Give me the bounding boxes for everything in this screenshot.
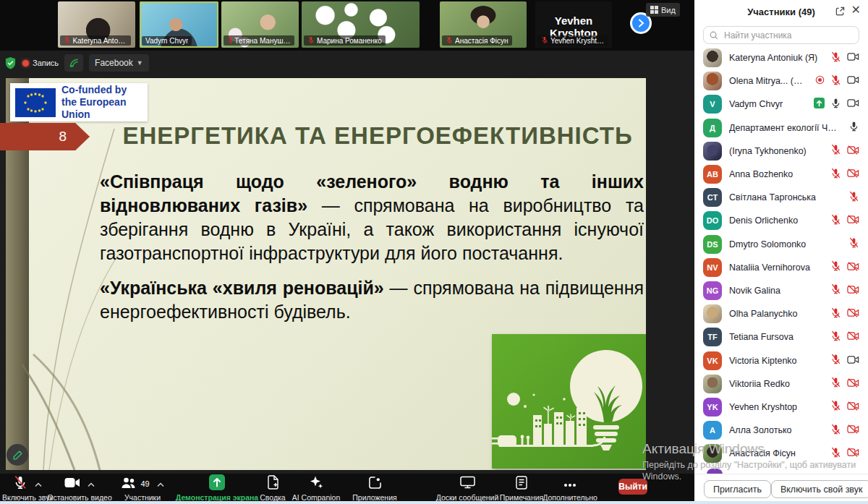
slide-title: ЕНЕРГЕТИКА ТА ЕНЕРГОЕФЕКТИВНІСТЬ <box>114 122 641 150</box>
participant-status-icons <box>830 51 859 65</box>
close-panel-icon[interactable]: ✕ <box>851 4 861 17</box>
participant-name: Vadym Chvyr <box>145 37 188 45</box>
camera-off-icon <box>847 447 859 460</box>
muted-mic-icon <box>307 36 315 45</box>
video-tile[interactable]: Анастасія Фісун <box>440 1 527 48</box>
video-tile[interactable]: Kateryna Antoniuk <box>58 1 135 48</box>
avatar-initials: A <box>703 421 722 440</box>
participant-name: Vadym Chvyr <box>729 99 807 109</box>
participant-row[interactable]: TFTetiana Fursova <box>694 325 868 349</box>
chevron-up-icon[interactable] <box>157 477 164 490</box>
live-stream-button[interactable] <box>64 54 83 72</box>
muted-mic-icon <box>830 283 841 297</box>
participant-name: Dmytro Solomonko <box>729 239 841 249</box>
participants-footer: Пригласить Включить свой звук <box>694 474 868 504</box>
mic-icon <box>830 98 841 111</box>
muted-mic-icon <box>830 424 841 437</box>
facebook-stream-button[interactable]: Facebook ▼ <box>89 54 149 72</box>
avatar-photo <box>703 142 722 161</box>
avatar-initials: СТ <box>703 188 722 207</box>
popout-icon[interactable] <box>835 6 845 19</box>
video-tile-label: Тетяна Манушкіна, М... <box>224 35 294 46</box>
unmute-self-button[interactable]: Включить свой звук <box>771 480 868 498</box>
participant-row[interactable]: Kateryna Antoniuk (Я) <box>694 46 868 69</box>
participant-name: Анастасія Фісун <box>455 37 509 45</box>
camera-icon <box>64 477 80 491</box>
avatar-initials: V <box>703 95 722 114</box>
annotate-button[interactable] <box>7 444 28 466</box>
share-screen-icon <box>209 474 225 493</box>
eu-funding-logo: Co-funded by the European Union <box>10 83 148 121</box>
participant-row[interactable]: AАлла Золотько <box>694 419 868 442</box>
toolbar-item-share-screen[interactable]: Демонстрация экрана <box>176 476 258 502</box>
doc-icon <box>267 475 279 492</box>
invite-button[interactable]: Пригласить <box>704 480 771 498</box>
participant-row[interactable]: DODenis Orlichenko <box>694 209 868 232</box>
eu-flag-icon <box>15 88 56 117</box>
participant-row[interactable]: ABAnna Bozhenko <box>694 163 868 186</box>
participant-name: Алла Золотько <box>729 425 823 435</box>
participant-status-icons <box>830 447 859 461</box>
muted-mic-icon <box>830 377 841 390</box>
camera-off-icon <box>847 377 859 390</box>
muted-mic-icon <box>830 400 841 414</box>
participant-row[interactable]: Olha Palanychko <box>694 302 868 325</box>
view-button-label: Вид <box>661 6 676 14</box>
avatar-initials: Д <box>703 119 722 137</box>
participant-status-icons <box>814 98 859 111</box>
muted-mic-icon <box>541 36 548 45</box>
record-dot-icon <box>22 60 29 67</box>
participant-name: Anna Bozhenko <box>729 169 823 179</box>
camera-off-icon <box>847 145 859 158</box>
participant-row[interactable]: YKYevhen Kryshtop <box>694 396 868 419</box>
slide-paragraph: «Співпраця щодо «зеленого» водню та інши… <box>100 170 644 265</box>
video-tile[interactable]: Vadym Chvyr <box>140 1 218 48</box>
participant-row[interactable]: Olena Mitrya... (Организатор) <box>694 69 868 93</box>
camera-off-icon <box>847 168 859 181</box>
participant-row[interactable]: СТСвітлана Таргонська <box>694 186 868 209</box>
participant-row[interactable]: Анастасія Фісун <box>694 442 868 465</box>
participant-row[interactable]: ДДепартамент екології ЧОДА <box>694 116 868 140</box>
toolbar-item-stop-video[interactable]: Остановить видео <box>46 476 113 502</box>
muted-mic-icon <box>830 330 841 344</box>
toolbar-item-ai-companion[interactable]: AI Companion <box>292 476 340 502</box>
toolbar-item-more[interactable]: Дополнительно <box>544 476 596 502</box>
security-shield-icon[interactable] <box>4 56 17 70</box>
search-participant-input[interactable] <box>723 30 853 41</box>
toolbar-item-whiteboards[interactable]: Доски сообщений <box>434 476 501 502</box>
muted-mic-icon <box>830 260 841 274</box>
pencil-icon <box>12 450 23 461</box>
chevron-up-icon[interactable] <box>88 477 95 490</box>
meeting-toolbar: Выйти Включить звукОстановить видео49Уча… <box>0 474 694 504</box>
taskbar-edge <box>0 501 868 504</box>
camera-off-icon <box>847 424 859 437</box>
video-tile[interactable]: Yevhen KryshtopYevhen Kryshtop <box>535 1 612 48</box>
toolbar-item-participants[interactable]: 49Участники <box>114 476 171 502</box>
avatar-initials: AB <box>703 165 722 184</box>
participant-row[interactable]: NVNataliia Vernihorova <box>694 256 868 279</box>
zoom-meeting-window: Kateryna AntoniukVadym ChvyrТетяна Мануш… <box>0 0 868 504</box>
participant-row[interactable]: Viktoriia Redko <box>694 372 868 396</box>
video-tile-label: Kateryna Antoniuk <box>60 35 131 46</box>
toolbar-item-notes[interactable]: Примечания <box>501 476 542 502</box>
apps-icon <box>368 476 382 492</box>
participant-row[interactable]: (Iryna Tykhonenko) <box>694 140 868 163</box>
chevron-up-icon[interactable] <box>35 477 42 490</box>
recording-label: Запись <box>33 59 59 67</box>
view-button[interactable]: Вид <box>646 3 680 17</box>
leave-meeting-button[interactable]: Выйти <box>618 479 647 495</box>
status-row: Запись Facebook ▼ <box>4 54 149 72</box>
camera-off-icon <box>847 401 859 414</box>
participant-row[interactable]: NGNovik Galina <box>694 279 868 302</box>
participant-row[interactable]: VKVictoria Kiptenko <box>694 349 868 372</box>
participant-row[interactable]: DSDmytro Solomonko <box>694 233 868 256</box>
participant-row[interactable]: VVadym Chvyr <box>694 93 868 116</box>
participant-name: Tetiana Fursova <box>729 332 823 342</box>
recording-icon <box>815 74 825 87</box>
toolbar-item-apps[interactable]: Приложения <box>352 476 397 502</box>
toolbar-item-summary[interactable]: Сводка <box>256 476 289 502</box>
video-tile[interactable]: Тетяна Манушкіна, М... <box>221 1 299 48</box>
video-tile[interactable]: Марина Романенко <box>302 1 420 48</box>
avatar-initials: DO <box>703 211 722 230</box>
camera-off-icon <box>847 307 859 320</box>
